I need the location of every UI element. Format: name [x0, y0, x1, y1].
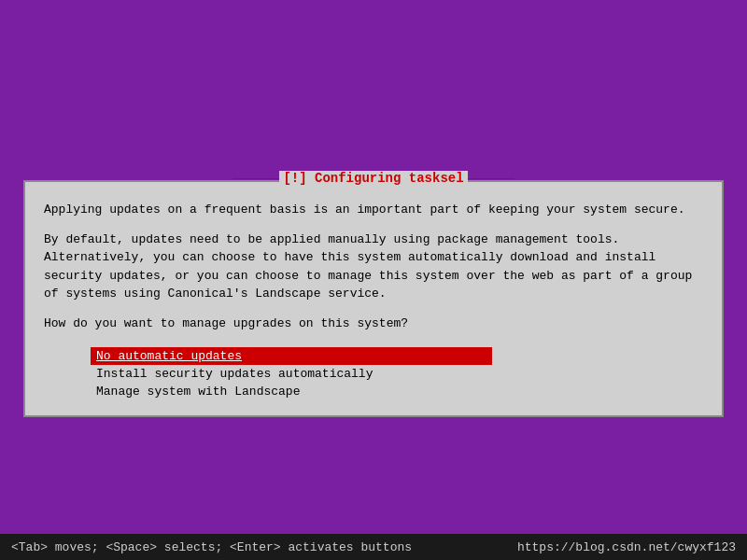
title-line-left	[233, 178, 279, 179]
bottom-bar: <Tab> moves; <Space> selects; <Enter> ac…	[0, 534, 747, 560]
bottom-hint: <Tab> moves; <Space> selects; <Enter> ac…	[11, 540, 412, 554]
dialog-titlebar: [!] Configuring tasksel	[23, 171, 724, 186]
option-no-auto-updates[interactable]: No automatic updates	[91, 347, 492, 365]
option-install-security[interactable]: Install security updates automatically	[91, 365, 492, 383]
option-landscape[interactable]: Manage system with Landscape	[91, 383, 492, 400]
screen: [!] Configuring tasksel Applying updates…	[0, 0, 747, 560]
paragraph1: Applying updates on a frequent basis is …	[44, 201, 703, 219]
dialog-title: [!] Configuring tasksel	[279, 171, 467, 186]
options-list: No automatic updates Install security up…	[91, 347, 492, 400]
dialog-outer: [!] Configuring tasksel Applying updates…	[23, 180, 724, 417]
title-line-right	[468, 178, 514, 179]
bottom-url: https://blog.csdn.net/cwyxf123	[517, 540, 736, 554]
question: How do you want to manage upgrades on th…	[44, 315, 703, 333]
dialog-content: Applying updates on a frequent basis is …	[25, 182, 722, 415]
dialog-box: Applying updates on a frequent basis is …	[23, 180, 724, 417]
paragraph2: By default, updates need to be applied m…	[44, 231, 703, 303]
